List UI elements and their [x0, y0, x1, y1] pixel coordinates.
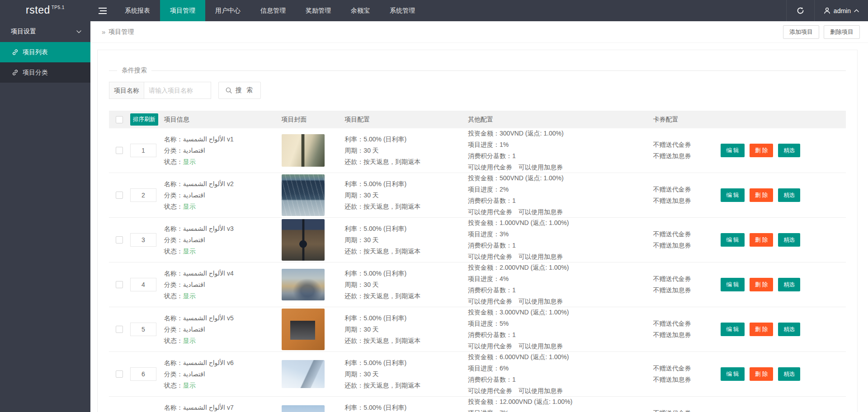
coupon-config-cell: 不赠送代金券 不赠送加息券 — [653, 318, 721, 341]
sidebar-item-project-list[interactable]: 项目列表 — [0, 42, 90, 62]
edit-button[interactable]: 编 辑 — [721, 188, 744, 202]
feature-button[interactable]: 精选 — [778, 367, 800, 381]
add-project-button[interactable]: 添加项目 — [783, 25, 819, 39]
feature-button[interactable]: 精选 — [778, 188, 800, 202]
delete-button[interactable]: 删 除 — [750, 188, 773, 202]
usable-coupons-note: 可以使用代金券 可以使用加息券 — [468, 298, 563, 305]
row-checkbox[interactable] — [116, 281, 123, 288]
period-value: 30 天 — [363, 281, 378, 288]
project-name: الألواح الشمسية v4 — [183, 270, 234, 277]
feature-button[interactable]: 精选 — [778, 144, 800, 157]
invest-value: 3.000VND (返点: 1.00%) — [500, 309, 569, 316]
search-legend: 条件搜索 — [117, 66, 151, 75]
nav-item-yuebao[interactable]: 余额宝 — [341, 0, 380, 21]
sort-order-input[interactable] — [130, 323, 156, 336]
feature-button[interactable]: 精选 — [778, 323, 800, 336]
nav-item-reward-management[interactable]: 奖励管理 — [296, 0, 341, 21]
feature-button[interactable]: 精选 — [778, 233, 800, 247]
coupon-config-cell: 不赠送代金券 不赠送加息券 — [653, 363, 721, 385]
progress-value: 4% — [500, 275, 509, 282]
interest-coupon-note: 不赠送加息券 — [653, 240, 721, 251]
other-config-cell: 投资金额：12.000VND (返点: 1.00%) 项目进度：7% 消费积分基… — [468, 396, 653, 412]
delete-button[interactable]: 删 除 — [750, 323, 773, 336]
sort-refresh-button[interactable]: 排序刷新 — [130, 113, 158, 126]
row-checkbox[interactable] — [116, 236, 123, 243]
project-status-toggle[interactable]: 显示 — [183, 203, 196, 210]
row-checkbox[interactable] — [116, 192, 123, 199]
sort-order-input[interactable] — [130, 367, 156, 381]
project-cover-image — [282, 309, 325, 350]
app-logo: rstedTP5.1 — [0, 0, 90, 21]
interest-coupon-note: 不赠送加息券 — [653, 195, 721, 206]
search-button-label: 搜 索 — [236, 86, 254, 94]
project-category: اقتصادية — [183, 370, 205, 378]
sort-order-input[interactable] — [130, 233, 156, 247]
period-value: 30 天 — [363, 326, 378, 333]
coupon-config-cell: 不赠送代金券 不赠送加息券 — [653, 407, 721, 412]
project-name-input[interactable] — [144, 82, 211, 99]
rate-value: 5.00% (日利率) — [363, 314, 406, 322]
header-project-info: 项目信息 — [164, 116, 282, 124]
search-row: 项目名称 搜 索 — [109, 82, 846, 99]
interest-coupon-note: 不赠送加息券 — [653, 285, 721, 296]
nav-item-project-management[interactable]: 项目管理 — [160, 0, 205, 21]
sidebar-group-project-settings[interactable]: 项目设置 — [0, 21, 90, 42]
coupon-config-cell: 不赠送代金券 不赠送加息券 — [653, 184, 721, 206]
table-row: 名称：الألواح الشمسية v1 分类：اقتصادية 状态：显示 … — [109, 128, 846, 173]
nav-item-system-management[interactable]: 系统管理 — [380, 0, 425, 21]
sort-order-input[interactable] — [130, 188, 156, 202]
coupon-config-cell: 不赠送代金券 不赠送加息券 — [653, 139, 721, 162]
delete-button[interactable]: 删 除 — [750, 367, 773, 381]
delete-button[interactable]: 删 除 — [750, 278, 773, 291]
voucher-note: 不赠送代金券 — [653, 273, 721, 285]
edit-button[interactable]: 编 辑 — [721, 233, 744, 247]
sort-order-input[interactable] — [130, 144, 156, 157]
sidebar-item-project-category[interactable]: 项目分类 — [0, 62, 90, 83]
period-value: 30 天 — [363, 236, 378, 243]
project-status-toggle[interactable]: 显示 — [183, 292, 196, 300]
delete-button[interactable]: 删 除 — [750, 144, 773, 157]
sort-order-input[interactable] — [130, 278, 156, 291]
logo-text: rsted — [26, 4, 50, 16]
nav-item-system-reports[interactable]: 系统报表 — [115, 0, 160, 21]
refresh-icon[interactable] — [786, 0, 814, 21]
points-value: 1 — [512, 242, 516, 249]
nav-item-info-management[interactable]: 信息管理 — [250, 0, 296, 21]
delete-project-button[interactable]: 删除项目 — [824, 25, 860, 39]
row-actions: 编 辑 删 除 精选 — [721, 144, 846, 157]
content-card: 条件搜索 项目名称 搜 索 排序刷新 项目信息 项目封面 项目配置 — [97, 50, 858, 412]
project-cover-image — [282, 405, 325, 412]
edit-button[interactable]: 编 辑 — [721, 144, 744, 157]
search-button[interactable]: 搜 索 — [218, 82, 261, 99]
interest-coupon-note: 不赠送加息券 — [653, 374, 721, 385]
row-actions: 编 辑 删 除 精选 — [721, 323, 846, 336]
project-info-cell: 名称：الألواح الشمسية v6 分类：اقتصادية 状态：显示 — [164, 357, 282, 391]
sidebar-item-label: 项目列表 — [23, 48, 48, 56]
row-checkbox[interactable] — [116, 147, 123, 154]
hamburger-icon[interactable] — [90, 0, 115, 21]
other-config-cell: 投资金额：300VND (返点: 1.00%) 项目进度：1% 消费积分基数：1… — [468, 128, 653, 173]
row-checkbox[interactable] — [116, 326, 123, 333]
username: admin — [834, 7, 851, 14]
user-menu[interactable]: admin — [814, 0, 868, 21]
page-title: 项目管理 — [108, 28, 134, 36]
repay-value: 按天返息，到期返本 — [363, 158, 420, 165]
feature-button[interactable]: 精选 — [778, 278, 800, 291]
row-checkbox[interactable] — [116, 370, 123, 378]
project-status-toggle[interactable]: 显示 — [183, 158, 196, 165]
nav-item-user-center[interactable]: 用户中心 — [205, 0, 250, 21]
delete-button[interactable]: 删 除 — [750, 233, 773, 247]
project-status-toggle[interactable]: 显示 — [183, 248, 196, 255]
coupon-config-cell: 不赠送代金券 不赠送加息券 — [653, 229, 721, 251]
invest-value: 500VND (返点: 1.00%) — [500, 174, 564, 182]
rate-value: 5.00% (日利率) — [363, 225, 406, 232]
edit-button[interactable]: 编 辑 — [721, 278, 744, 291]
edit-button[interactable]: 编 辑 — [721, 323, 744, 336]
select-all-checkbox[interactable] — [116, 116, 123, 123]
rate-value: 5.00% (日利率) — [363, 180, 406, 187]
project-status-toggle[interactable]: 显示 — [183, 382, 196, 389]
progress-value: 2% — [500, 186, 509, 193]
usable-coupons-note: 可以使用代金券 可以使用加息券 — [468, 253, 563, 260]
edit-button[interactable]: 编 辑 — [721, 367, 744, 381]
project-status-toggle[interactable]: 显示 — [183, 337, 196, 344]
